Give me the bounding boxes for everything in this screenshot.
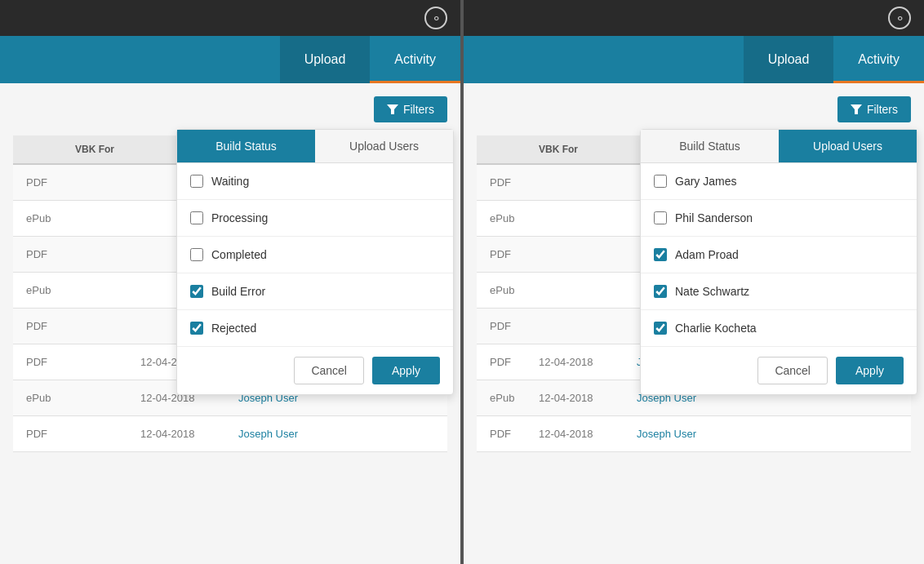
right-filter-tabs: Build Status Upload Users [641, 130, 917, 163]
right-checkbox-charlie[interactable] [654, 322, 667, 335]
right-option-nate[interactable]: Nate Schwartz [641, 273, 917, 310]
left-topbar: ⚬ [0, 0, 460, 36]
right-checkbox-nate[interactable] [654, 285, 667, 298]
right-checkbox-phil[interactable] [654, 211, 667, 224]
left-filter-tabs: Build Status Upload Users [177, 130, 453, 163]
left-col-vbk: VBK For [69, 144, 134, 155]
right-build-status-tab[interactable]: Build Status [641, 130, 779, 162]
table-row: PDF 12-04-2018 Joseph User [13, 416, 447, 452]
right-panel: ⚬ Upload Activity Filters VBK For PDF [464, 0, 924, 564]
right-upload-users-tab[interactable]: Upload Users [779, 130, 917, 162]
left-checkbox-completed[interactable] [190, 248, 203, 261]
left-build-status-tab[interactable]: Build Status [177, 130, 315, 162]
right-tab-upload[interactable]: Upload [744, 36, 834, 83]
left-tab-upload[interactable]: Upload [280, 36, 371, 83]
right-filter-dropdown: Build Status Upload Users Gary James Phi… [640, 129, 917, 395]
filter-icon-right [851, 104, 862, 115]
svg-marker-0 [387, 104, 398, 114]
left-filter-actions: Cancel Apply [177, 346, 453, 394]
right-cancel-button[interactable]: Cancel [757, 357, 828, 384]
right-checkbox-gary[interactable] [654, 175, 667, 188]
left-checkbox-build-error[interactable] [190, 285, 203, 298]
left-option-completed[interactable]: Completed [177, 237, 453, 273]
left-cancel-button[interactable]: Cancel [294, 357, 364, 384]
right-content: Filters VBK For PDF ePub PDF ePub PDF [464, 83, 924, 564]
left-user-icon[interactable]: ⚬ [424, 7, 447, 29]
right-filter-options: Gary James Phil Sanderson Adam Proad Nat… [641, 163, 917, 346]
left-filter-dropdown: Build Status Upload Users Waiting Proces… [176, 129, 454, 395]
right-option-phil[interactable]: Phil Sanderson [641, 200, 917, 237]
left-checkbox-rejected[interactable] [190, 322, 203, 335]
right-option-charlie[interactable]: Charlie Kocheta [641, 310, 917, 346]
left-option-rejected[interactable]: Rejected [177, 310, 453, 346]
left-filter-options: Waiting Processing Completed Build Error… [177, 163, 453, 346]
left-tab-activity[interactable]: Activity [370, 36, 460, 83]
right-option-adam[interactable]: Adam Proad [641, 237, 917, 273]
filter-icon [387, 104, 398, 115]
right-topbar: ⚬ [464, 0, 924, 36]
left-panel: ⚬ Upload Activity Filters VBK For PDF [0, 0, 460, 564]
right-apply-button[interactable]: Apply [836, 357, 904, 384]
left-filters-button[interactable]: Filters [374, 96, 447, 122]
left-option-waiting[interactable]: Waiting [177, 163, 453, 200]
left-option-processing[interactable]: Processing [177, 200, 453, 237]
right-nav: Upload Activity [464, 36, 924, 83]
right-filter-actions: Cancel Apply [641, 346, 917, 394]
right-col-vbk: VBK For [532, 144, 597, 155]
left-checkbox-processing[interactable] [190, 211, 203, 224]
left-content: Filters VBK For PDF ePub PDF ePub [0, 83, 460, 564]
right-checkbox-adam[interactable] [654, 248, 667, 261]
left-option-build-error[interactable]: Build Error [177, 273, 453, 310]
table-row: PDF 12-04-2018 Joseph User [477, 416, 911, 452]
svg-marker-1 [851, 104, 862, 114]
right-user-icon[interactable]: ⚬ [888, 7, 911, 29]
right-option-gary[interactable]: Gary James [641, 163, 917, 200]
left-apply-button[interactable]: Apply [372, 357, 440, 384]
right-tab-activity[interactable]: Activity [833, 36, 924, 83]
left-upload-users-tab[interactable]: Upload Users [315, 130, 453, 162]
right-filters-button[interactable]: Filters [837, 96, 911, 122]
left-nav: Upload Activity [0, 36, 460, 83]
left-checkbox-waiting[interactable] [190, 175, 203, 188]
